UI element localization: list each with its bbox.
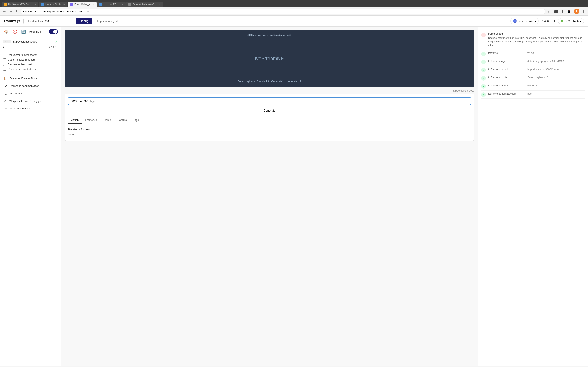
tab-livestreamnft[interactable]: LiveStreamNFT - Google Sli... × [2,2,38,7]
reload-button[interactable]: 🔄 [20,29,26,35]
meta-key: fc:frame:post_url [488,68,525,71]
stop-button[interactable]: 🚫 [12,29,18,35]
app-container: frames.js Debug Impersonating fid 1 Base… [0,16,588,366]
extension-icon[interactable]: ⬛ [553,9,559,14]
error-icon: ✕ [481,33,486,37]
success-icon: ✓ [481,52,486,56]
tab-close-icon[interactable]: × [159,3,160,6]
tab-close-icon[interactable]: × [93,3,94,6]
tab-close-icon[interactable]: × [63,3,65,6]
sidebar-item-framesjs-docs[interactable]: ↗ Frames.js documentation [2,82,60,90]
tab-livepeer-studio[interactable]: Livepeer Studio × [39,2,67,7]
frame-url-hint: http://localhost:3000 [65,89,475,92]
meta-value: http://localhost:3000/frame... [527,68,561,71]
network-selector[interactable]: Base Sepolia ▾ [510,18,539,24]
refresh-button[interactable]: ↻ [15,9,19,14]
timestamp: 19:14:01 [47,46,58,49]
chevron-down-icon: ▾ [535,20,536,23]
mock-hub-toggle[interactable] [49,29,58,34]
sidebar: 🏠 🚫 🔄 Mock Hub GET http://localhost:3000… [0,26,61,366]
new-tab-button[interactable]: + [163,1,168,7]
checkbox-label: Caster follows requester [8,58,36,61]
profile-avatar[interactable]: P [574,8,579,14]
path-text: / [3,45,4,49]
impersonating-badge: Impersonating fid 1 [97,20,120,23]
menu-icon[interactable]: ⋮ [581,9,586,14]
tab-favicon [4,3,7,6]
sidebar-item-warpcast[interactable]: ◇ Warpcast Frame Debugger [2,98,60,105]
wallet-address-text: 0x26...1aab [565,20,579,23]
tab-livepeer-tv[interactable]: Livepeer TV × [97,2,126,7]
checkbox-input[interactable] [3,68,6,71]
checkbox-input[interactable] [3,63,6,66]
help-icon: ⊙ [4,92,8,95]
checkbox-label: Requester recasted cast [8,67,36,71]
meta-key: fc:frame:button:1 [488,84,525,87]
meta-key: fc:frame:image [488,59,525,63]
device-icon[interactable]: 📱 [566,9,572,14]
download-icon[interactable]: ⬇ [561,9,565,14]
playback-id-input[interactable] [68,97,471,105]
checkbox-label: Requester liked cast [8,63,32,66]
info-content: frame speed Request took more than 5s (1… [488,32,585,47]
meta-row-fc-frame-input: ✓ fc:frame:input:text Enter playback ID [481,74,585,82]
frame-card: Generate Action Frames.js Frame Params T… [65,94,475,141]
wallet-address[interactable]: 0x26...1aab ▾ [558,18,584,24]
tab-params[interactable]: Params [114,117,130,124]
meta-row-fc-frame-image: ✓ fc:frame:image data:image/png;base64,i… [481,58,585,66]
chevron-down-icon: ▾ [580,20,581,23]
request-url: http://localhost:3000 [13,40,53,43]
app-logo: frames.js [4,19,20,23]
success-icon: ✓ [481,68,486,72]
frame-title-text: LiveStreamNFT [252,56,287,61]
sidebar-item-awesome-frames[interactable]: ≡ Awesome Frames [2,105,60,112]
sidebar-links: 📋 Farcaster Frames Docs ↗ Frames.js docu… [0,73,61,114]
tab-favicon [41,3,44,6]
tab-close-icon[interactable]: × [121,3,123,6]
sidebar-checkboxes: Requester follows caster Caster follows … [0,51,61,73]
meta-key: fc:frame [488,51,525,54]
bookmark-icon[interactable]: ☆ [547,9,552,14]
tab-favicon [99,3,102,6]
sidebar-item-ask-help[interactable]: ⊙ Ask for help [2,90,60,97]
tab-contract-address[interactable]: Contract Address 0x076d96... × [126,2,163,7]
header-right: Base Sepolia ▾ 0.498 ETH 0x26...1aab ▾ [510,18,584,24]
success-icon: ✓ [481,76,486,81]
debug-button[interactable]: Debug [76,18,92,24]
checkbox-caster-follows[interactable]: Caster follows requester [3,58,58,61]
tab-close-icon[interactable]: × [34,3,36,6]
tab-action[interactable]: Action [68,117,82,124]
address-bar[interactable] [21,9,545,14]
diamond-icon: ◇ [4,99,8,103]
action-heading: Previous Action [68,128,471,131]
frame-preview: NFTfy your favourite livestream with Liv… [65,30,475,87]
app-header: frames.js Debug Impersonating fid 1 Base… [0,16,588,26]
forward-button[interactable]: → [9,9,13,14]
meta-row-fc-frame-button1: ✓ fc:frame:button:1 Generate [481,82,585,91]
tab-title: Contract Address 0x076d96... [132,3,157,6]
success-icon: ✓ [481,84,486,89]
tab-tags[interactable]: Tags [130,117,142,124]
back-button[interactable]: ← [2,9,7,14]
browser-tabs: LiveStreamNFT - Google Sli... × Livepeer… [0,0,588,7]
url-input[interactable] [24,18,72,24]
tab-framesjs[interactable]: Frames.js [82,117,100,124]
checkbox-requester-follows[interactable]: Requester follows caster [3,53,58,57]
tab-frame[interactable]: Frame [100,117,114,124]
generate-button[interactable]: Generate [68,107,471,114]
checkbox-input[interactable] [3,58,6,61]
checkbox-input[interactable] [3,54,6,57]
sidebar-item-farcaster-docs[interactable]: 📋 Farcaster Frames Docs [2,75,60,82]
checkbox-requester-liked[interactable]: Requester liked cast [3,63,58,66]
checkbox-requester-recasted[interactable]: Requester recasted cast [3,67,58,71]
sidebar-link-label: Warpcast Frame Debugger [9,100,41,103]
network-icon [513,19,517,23]
meta-value: data:image/png;base64,iVBOR... [527,59,566,63]
tab-favicon [129,3,131,6]
sidebar-request-info: GET http://localhost:3000 ✓ / 19:14:01 [0,37,61,51]
network-label: Base Sepolia [518,20,534,23]
speed-warning-block: ✕ frame speed Request took more than 5s … [481,30,585,50]
home-button[interactable]: 🏠 [3,29,9,35]
wallet-icon [561,20,563,22]
tab-frame-debugger[interactable]: Frame Debugger × [68,2,96,7]
